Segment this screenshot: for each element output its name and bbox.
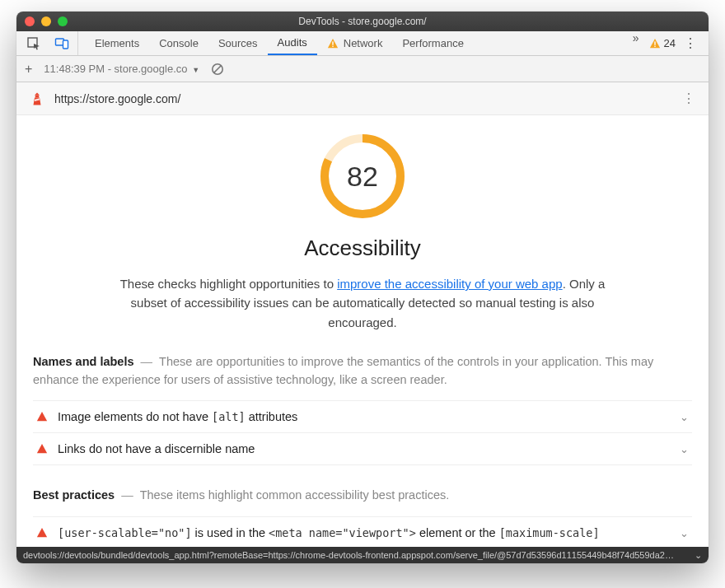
svg-rect-6: [654, 45, 655, 46]
section-title: Names and labels: [33, 355, 134, 368]
inspect-element-icon[interactable]: [25, 35, 43, 53]
warnings-badge[interactable]: 24: [649, 37, 676, 49]
tabs-list: ElementsConsoleSourcesAuditsNetworkPerfo…: [78, 31, 629, 55]
clear-icon: [211, 63, 224, 76]
lighthouse-url-row: https://store.google.com/ ⋮: [16, 82, 709, 115]
warning-icon: [649, 38, 661, 49]
audit-run-label: 11:48:39 PM - store.google.co: [44, 63, 187, 75]
dropdown-icon: ▼: [192, 66, 199, 74]
zoom-window-button[interactable]: [58, 16, 68, 26]
score-desc-link[interactable]: improve the accessibility of your web ap…: [337, 277, 562, 291]
window-title: DevTools - store.google.com/: [16, 16, 709, 27]
score-title: Accessibility: [16, 236, 709, 261]
chevron-down-icon: ⌄: [680, 527, 689, 539]
tab-sources[interactable]: Sources: [208, 31, 268, 55]
warning-icon: [327, 38, 339, 49]
audit-item[interactable]: Links do not have a discernible name⌄: [33, 433, 692, 465]
tab-performance[interactable]: Performance: [392, 31, 473, 55]
section-header: Best practices — These items highlight c…: [33, 487, 692, 505]
score-desc-prefix: These checks highlight opportunities to: [120, 277, 338, 291]
section-header: Names and labels — These are opportuniti…: [33, 353, 692, 390]
audit-list: [user-scalable="no"] is used in the <met…: [33, 516, 692, 547]
score-gauge: 82: [318, 132, 407, 221]
tab-label: Sources: [218, 37, 258, 49]
tab-label: Elements: [95, 37, 139, 49]
tab-audits[interactable]: Audits: [268, 31, 317, 55]
audit-label: Image elements do not have [alt] attribu…: [58, 410, 670, 423]
devtools-window: DevTools - store.google.com/ ElementsCon…: [16, 12, 709, 563]
fail-icon: [36, 443, 48, 455]
tab-network[interactable]: Network: [317, 31, 393, 55]
status-bar: devtools://devtools/bundled/devtools_app…: [16, 547, 709, 563]
audit-run-selector[interactable]: 11:48:39 PM - store.google.co ▼: [44, 63, 199, 75]
tabs-left-tools: [21, 31, 78, 55]
device-toolbar-icon[interactable]: [53, 35, 71, 53]
section-subtitle: These items highlight common accessibili…: [140, 488, 450, 502]
tab-console[interactable]: Console: [149, 31, 208, 55]
warnings-count: 24: [664, 37, 676, 49]
audit-section: Best practices — These items highlight c…: [16, 487, 709, 547]
tab-label: Performance: [402, 37, 463, 49]
settings-kebab-icon[interactable]: ⋮: [684, 35, 697, 51]
tab-label: Audits: [278, 36, 307, 49]
audit-label: [user-scalable="no"] is used in the <met…: [58, 526, 670, 539]
traffic-lights: [25, 16, 68, 26]
audit-label: Links do not have a discernible name: [58, 442, 670, 455]
score-section: 82 Accessibility These checks highlight …: [16, 115, 709, 332]
devtools-tabs: ElementsConsoleSourcesAuditsNetworkPerfo…: [16, 31, 709, 56]
minimize-window-button[interactable]: [41, 16, 51, 26]
fail-icon: [36, 411, 48, 422]
svg-rect-5: [654, 41, 655, 44]
new-audit-button[interactable]: +: [25, 62, 32, 77]
tab-label: Console: [159, 37, 199, 49]
overflow-tabs-icon[interactable]: »: [629, 31, 643, 55]
status-bar-text: devtools://devtools/bundled/devtools_app…: [23, 550, 674, 560]
svg-line-8: [214, 65, 222, 72]
svg-rect-3: [332, 41, 333, 44]
clear-audit-button[interactable]: [211, 63, 224, 76]
section-title: Best practices: [33, 488, 115, 502]
lighthouse-icon: [30, 91, 44, 106]
score-description: These checks highlight opportunities to …: [107, 274, 618, 332]
svg-rect-2: [63, 40, 68, 49]
report-menu-icon[interactable]: ⋮: [682, 91, 695, 106]
tab-elements[interactable]: Elements: [85, 31, 149, 55]
svg-rect-9: [35, 95, 40, 97]
svg-rect-4: [332, 45, 333, 46]
score-value: 82: [318, 132, 407, 221]
close-window-button[interactable]: [25, 16, 35, 26]
tabs-right: 24 ⋮: [643, 31, 704, 55]
tab-label: Network: [344, 37, 383, 49]
window-titlebar: DevTools - store.google.com/: [16, 12, 709, 31]
fail-icon: [36, 527, 48, 539]
audits-toolbar: + 11:48:39 PM - store.google.co ▼: [16, 56, 709, 82]
report-content: 82 Accessibility These checks highlight …: [16, 115, 709, 547]
chevron-down-icon[interactable]: ⌄: [688, 550, 702, 561]
audit-item[interactable]: [user-scalable="no"] is used in the <met…: [33, 517, 692, 547]
audit-item[interactable]: Image elements do not have [alt] attribu…: [33, 401, 692, 433]
audit-list: Image elements do not have [alt] attribu…: [33, 400, 692, 465]
audited-url: https://store.google.com/: [54, 92, 180, 105]
audit-section: Names and labels — These are opportuniti…: [16, 353, 709, 466]
chevron-down-icon: ⌄: [680, 411, 689, 423]
chevron-down-icon: ⌄: [680, 443, 689, 455]
